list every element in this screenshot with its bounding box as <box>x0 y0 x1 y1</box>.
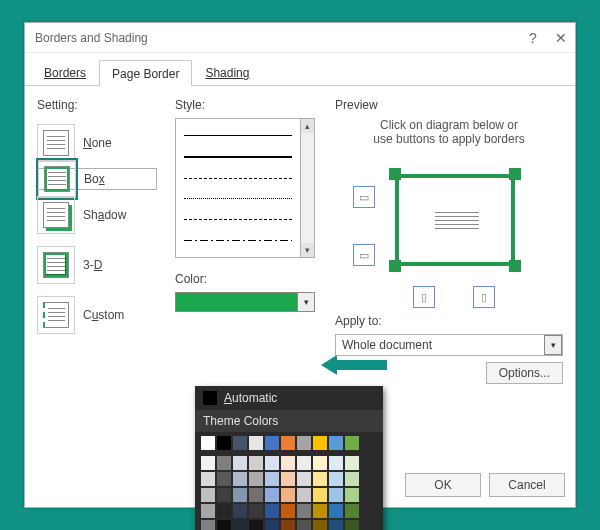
color-swatch[interactable] <box>249 488 263 502</box>
chevron-down-icon[interactable]: ▾ <box>544 335 562 355</box>
style-line-dashdotdot[interactable] <box>184 240 292 241</box>
color-swatch[interactable] <box>233 456 247 470</box>
color-swatch[interactable] <box>313 504 327 518</box>
color-swatch[interactable] <box>249 504 263 518</box>
color-swatch[interactable] <box>249 472 263 486</box>
color-swatch[interactable] <box>217 472 231 486</box>
setting-box[interactable]: Box <box>37 168 157 190</box>
help-button[interactable]: ? <box>519 23 547 53</box>
color-swatch[interactable] <box>313 472 327 486</box>
scroll-down-icon[interactable]: ▾ <box>301 243 314 257</box>
dialog-body: Setting: None Box Shadow 3-D Custom <box>25 86 575 507</box>
color-swatch[interactable] <box>265 456 279 470</box>
border-bottom-button[interactable]: ▭ <box>353 244 375 266</box>
color-swatch[interactable] <box>345 456 359 470</box>
scroll-up-icon[interactable]: ▴ <box>301 119 314 133</box>
color-swatch[interactable] <box>345 472 359 486</box>
color-swatch[interactable] <box>201 472 215 486</box>
color-swatch[interactable] <box>329 436 343 450</box>
style-line-thick[interactable] <box>184 156 292 158</box>
color-swatch[interactable] <box>313 488 327 502</box>
color-swatch[interactable] <box>329 456 343 470</box>
color-swatch[interactable] <box>201 488 215 502</box>
border-left-button[interactable]: ▯ <box>413 286 435 308</box>
color-dropdown[interactable]: ▾ <box>175 292 315 312</box>
color-swatch[interactable] <box>281 504 295 518</box>
color-swatch[interactable] <box>329 504 343 518</box>
color-swatch[interactable] <box>297 520 311 530</box>
color-swatch[interactable] <box>201 456 215 470</box>
color-swatch[interactable] <box>233 520 247 530</box>
color-swatch[interactable] <box>329 472 343 486</box>
tab-page-border[interactable]: Page Border <box>99 60 192 86</box>
color-swatch[interactable] <box>297 456 311 470</box>
color-swatch[interactable] <box>201 520 215 530</box>
corner-handle-tl[interactable] <box>389 168 401 180</box>
options-button[interactable]: Options... <box>486 362 563 384</box>
tab-shading[interactable]: Shading <box>192 59 262 85</box>
color-swatch[interactable] <box>313 436 327 450</box>
setting-panel: Setting: None Box Shadow 3-D Custom <box>37 98 157 340</box>
color-swatch[interactable] <box>297 436 311 450</box>
color-swatch[interactable] <box>249 456 263 470</box>
close-button[interactable]: ✕ <box>547 23 575 53</box>
color-swatch[interactable] <box>265 520 279 530</box>
color-swatch[interactable] <box>281 472 295 486</box>
color-swatch[interactable] <box>345 436 359 450</box>
corner-handle-tr[interactable] <box>509 168 521 180</box>
color-swatch[interactable] <box>233 488 247 502</box>
color-swatch[interactable] <box>217 456 231 470</box>
style-scrollbar[interactable]: ▴ ▾ <box>300 119 314 257</box>
color-swatch <box>175 292 297 312</box>
tab-borders[interactable]: Borders <box>31 59 99 85</box>
color-swatch[interactable] <box>297 472 311 486</box>
style-line-dot[interactable] <box>184 198 292 199</box>
color-swatch[interactable] <box>217 504 231 518</box>
style-listbox[interactable]: ▴ ▾ <box>175 118 315 258</box>
color-swatch[interactable] <box>249 436 263 450</box>
color-swatch[interactable] <box>265 488 279 502</box>
color-swatch[interactable] <box>233 504 247 518</box>
setting-shadow[interactable]: Shadow <box>37 190 157 240</box>
setting-custom[interactable]: Custom <box>37 290 157 340</box>
ok-button[interactable]: OK <box>405 473 481 497</box>
corner-handle-bl[interactable] <box>389 260 401 272</box>
shadow-icon <box>43 202 69 228</box>
color-swatch[interactable] <box>201 436 215 450</box>
color-swatch[interactable] <box>217 520 231 530</box>
border-right-button[interactable]: ▯ <box>473 286 495 308</box>
corner-handle-br[interactable] <box>509 260 521 272</box>
apply-to-select[interactable]: Whole document ▾ <box>335 334 563 356</box>
style-line-solid[interactable] <box>184 135 292 136</box>
cancel-button[interactable]: Cancel <box>489 473 565 497</box>
color-swatch[interactable] <box>297 504 311 518</box>
color-swatch[interactable] <box>329 520 343 530</box>
color-swatch[interactable] <box>345 520 359 530</box>
color-swatch[interactable] <box>281 488 295 502</box>
color-swatch[interactable] <box>217 436 231 450</box>
color-swatch[interactable] <box>217 488 231 502</box>
color-swatch[interactable] <box>281 436 295 450</box>
color-swatch[interactable] <box>281 520 295 530</box>
color-swatch[interactable] <box>313 520 327 530</box>
chevron-down-icon[interactable]: ▾ <box>297 292 315 312</box>
color-swatch[interactable] <box>201 504 215 518</box>
color-swatch[interactable] <box>249 520 263 530</box>
border-top-button[interactable]: ▭ <box>353 186 375 208</box>
color-swatch[interactable] <box>345 488 359 502</box>
color-swatch[interactable] <box>265 436 279 450</box>
color-swatch[interactable] <box>297 488 311 502</box>
color-swatch[interactable] <box>329 488 343 502</box>
color-swatch[interactable] <box>233 436 247 450</box>
setting-3d[interactable]: 3-D <box>37 240 157 290</box>
style-line-dashdot[interactable] <box>184 219 292 220</box>
color-swatch[interactable] <box>265 472 279 486</box>
style-line-dash[interactable] <box>184 178 292 179</box>
color-swatch[interactable] <box>265 504 279 518</box>
color-swatch[interactable] <box>345 504 359 518</box>
color-automatic[interactable]: Automatic <box>195 386 383 410</box>
color-swatch[interactable] <box>233 472 247 486</box>
color-swatch[interactable] <box>281 456 295 470</box>
preview-diagram[interactable]: ▭ ▭ ▯ ▯ <box>335 156 563 306</box>
color-swatch[interactable] <box>313 456 327 470</box>
